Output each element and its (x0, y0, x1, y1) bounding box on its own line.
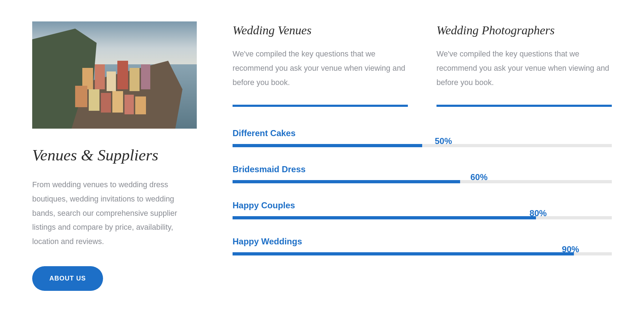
divider (436, 105, 612, 107)
block-description: We've compiled the key questions that we… (436, 47, 612, 90)
progress-item: Happy Weddings90% (233, 237, 612, 255)
wedding-venues-block: Wedding Venues We've compiled the key qu… (233, 21, 408, 107)
progress-bar (233, 216, 612, 219)
progress-label: Bridesmaid Dress (233, 164, 306, 174)
svg-rect-13 (112, 91, 123, 113)
svg-rect-6 (107, 71, 116, 91)
divider (233, 105, 408, 107)
progress-label: Happy Couples (233, 200, 295, 210)
about-us-button[interactable]: ABOUT US (32, 266, 103, 291)
block-title: Wedding Venues (233, 24, 408, 37)
progress-fill (233, 180, 460, 183)
svg-rect-15 (135, 96, 146, 114)
progress-chart: Different Cakes50%Bridesmaid Dress60%Hap… (233, 128, 612, 255)
section-description: From wedding venues to wedding dress bou… (32, 178, 197, 249)
svg-rect-11 (89, 89, 99, 111)
svg-rect-9 (141, 64, 150, 89)
venue-image (32, 21, 197, 129)
progress-item: Different Cakes50% (233, 128, 612, 147)
svg-rect-5 (95, 64, 105, 89)
block-title: Wedding Photographers (436, 24, 612, 37)
progress-fill (233, 144, 422, 147)
svg-rect-10 (75, 86, 87, 107)
svg-rect-12 (101, 93, 111, 113)
block-description: We've compiled the key questions that we… (233, 47, 408, 90)
section-title: Venues & Suppliers (32, 146, 197, 164)
progress-label: Happy Weddings (233, 237, 302, 247)
progress-fill (233, 216, 536, 219)
progress-bar (233, 252, 612, 255)
progress-bar (233, 180, 612, 183)
progress-label: Different Cakes (233, 128, 296, 138)
wedding-photographers-block: Wedding Photographers We've compiled the… (436, 21, 612, 107)
svg-rect-8 (130, 68, 140, 91)
svg-rect-14 (125, 95, 134, 114)
progress-fill (233, 252, 574, 255)
svg-rect-7 (117, 61, 128, 89)
progress-bar (233, 144, 612, 147)
progress-item: Happy Couples80% (233, 200, 612, 219)
progress-item: Bridesmaid Dress60% (233, 164, 612, 183)
